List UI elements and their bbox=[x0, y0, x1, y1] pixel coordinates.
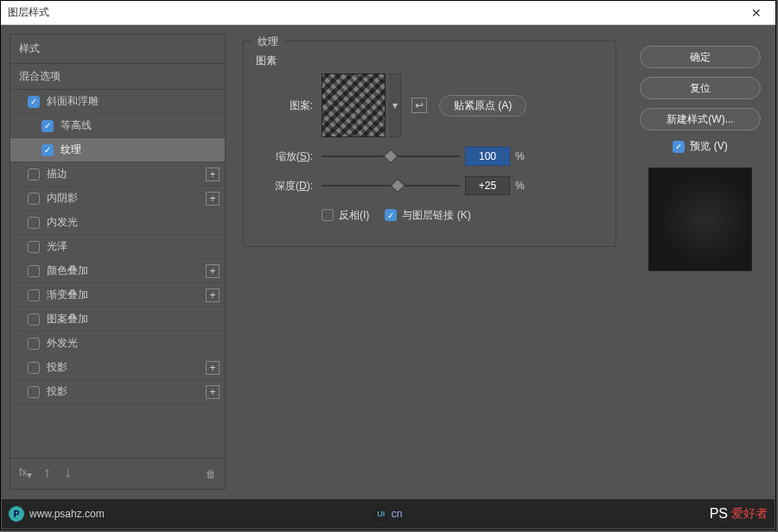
preview-checkbox[interactable]: ✓ bbox=[673, 141, 685, 153]
add-effect-icon[interactable]: + bbox=[206, 168, 220, 181]
scale-unit: % bbox=[515, 150, 525, 162]
styles-footer: fx▾ 🡑 🡓 🗑 bbox=[10, 458, 225, 489]
content-area: 样式 混合选项 ✓斜面和浮雕✓等高线✓纹理描边+内阴影+内发光光泽颜色叠加+渐变… bbox=[1, 25, 775, 498]
style-label: 内阴影 bbox=[47, 191, 78, 206]
style-label: 渐变叠加 bbox=[47, 288, 88, 302]
ok-button[interactable]: 确定 bbox=[640, 46, 761, 68]
style-label: 颜色叠加 bbox=[47, 263, 88, 278]
add-effect-icon[interactable]: + bbox=[206, 288, 220, 302]
style-checkbox[interactable] bbox=[28, 362, 40, 374]
texture-settings-panel: 纹理 图素 图案: ▾ ↩ 贴紧原点 (A) 缩放(S): % bbox=[234, 34, 625, 490]
invert-label: 反相(I) bbox=[339, 208, 369, 223]
watermark-center: UI cn bbox=[374, 507, 403, 521]
elements-label: 图素 bbox=[256, 54, 603, 68]
watermark-url: www.psahz.com bbox=[29, 508, 105, 520]
style-label: 投影 bbox=[47, 360, 67, 375]
link-layer-checkbox[interactable]: ✓ bbox=[385, 209, 397, 221]
style-list: ✓斜面和浮雕✓等高线✓纹理描边+内阴影+内发光光泽颜色叠加+渐变叠加+图案叠加外… bbox=[10, 89, 225, 404]
style-label: 内发光 bbox=[47, 215, 78, 230]
style-row-4[interactable]: 内阴影+ bbox=[10, 187, 225, 211]
scale-input[interactable] bbox=[465, 147, 510, 166]
style-label: 等高线 bbox=[61, 118, 92, 133]
style-label: 纹理 bbox=[61, 142, 81, 157]
style-label: 斜面和浮雕 bbox=[47, 94, 99, 109]
style-checkbox[interactable] bbox=[28, 289, 40, 301]
style-row-9[interactable]: 图案叠加 bbox=[10, 307, 225, 332]
style-row-1[interactable]: ✓等高线 bbox=[10, 114, 225, 138]
style-label: 光泽 bbox=[47, 239, 67, 254]
titlebar: 图层样式 ✕ bbox=[1, 1, 775, 25]
texture-legend: 纹理 bbox=[252, 35, 284, 49]
new-preset-icon[interactable]: ↩ bbox=[411, 98, 427, 113]
style-row-7[interactable]: 颜色叠加+ bbox=[10, 259, 225, 283]
ps-logo-icon: PS bbox=[710, 506, 728, 522]
pattern-label: 图案: bbox=[256, 98, 313, 113]
depth-input[interactable] bbox=[465, 176, 510, 195]
checks-row: 反相(I) ✓ 与图层链接 (K) bbox=[256, 205, 603, 225]
snap-origin-button[interactable]: 贴紧原点 (A) bbox=[439, 95, 526, 117]
style-checkbox[interactable] bbox=[28, 193, 40, 205]
style-label: 外发光 bbox=[47, 336, 78, 351]
move-up-icon[interactable]: 🡑 bbox=[42, 468, 53, 480]
watermark-bar: P www.psahz.com UI cn PS 爱好者 bbox=[2, 499, 775, 529]
style-row-10[interactable]: 外发光 bbox=[10, 332, 225, 356]
preview-label: 预览 (V) bbox=[690, 139, 727, 154]
pattern-row: 图案: ▾ ↩ 贴紧原点 (A) bbox=[256, 73, 603, 137]
add-effect-icon[interactable]: + bbox=[206, 264, 220, 278]
preview-thumbnail bbox=[648, 168, 752, 271]
scale-row: 缩放(S): % bbox=[256, 146, 603, 167]
style-checkbox[interactable] bbox=[28, 217, 40, 229]
style-checkbox[interactable] bbox=[28, 265, 40, 277]
style-checkbox[interactable] bbox=[28, 314, 40, 326]
dialog-title: 图层样式 bbox=[8, 5, 49, 20]
style-label: 描边 bbox=[47, 167, 67, 181]
new-style-button[interactable]: 新建样式(W)... bbox=[640, 108, 761, 130]
close-button[interactable]: ✕ bbox=[744, 6, 768, 20]
style-checkbox[interactable] bbox=[28, 338, 40, 350]
style-checkbox[interactable]: ✓ bbox=[41, 120, 54, 132]
move-down-icon[interactable]: 🡓 bbox=[63, 468, 73, 480]
fx-menu-icon[interactable]: fx▾ bbox=[19, 466, 32, 481]
depth-label: 深度(D): bbox=[256, 179, 313, 193]
invert-checkbox[interactable] bbox=[322, 209, 334, 221]
ui-logo-icon: UI bbox=[374, 507, 388, 521]
actions-panel: 确定 复位 新建样式(W)... ✓ 预览 (V) bbox=[634, 34, 767, 490]
depth-row: 深度(D): % bbox=[256, 175, 603, 196]
style-row-3[interactable]: 描边+ bbox=[10, 162, 225, 187]
style-label: 投影 bbox=[47, 384, 67, 399]
layer-style-dialog: 图层样式 ✕ 样式 混合选项 ✓斜面和浮雕✓等高线✓纹理描边+内阴影+内发光光泽… bbox=[0, 0, 776, 530]
pattern-dropdown-icon[interactable]: ▾ bbox=[389, 73, 401, 137]
style-checkbox[interactable] bbox=[28, 386, 40, 398]
style-row-2[interactable]: ✓纹理 bbox=[10, 138, 225, 162]
style-row-6[interactable]: 光泽 bbox=[10, 235, 225, 259]
trash-icon[interactable]: 🗑 bbox=[206, 468, 216, 480]
style-row-8[interactable]: 渐变叠加+ bbox=[10, 283, 225, 307]
depth-slider[interactable] bbox=[322, 179, 460, 193]
preview-toggle-row: ✓ 预览 (V) bbox=[673, 139, 727, 154]
watermark-badge-icon: P bbox=[9, 506, 24, 522]
style-checkbox[interactable] bbox=[28, 168, 40, 180]
blending-options[interactable]: 混合选项 bbox=[10, 63, 225, 89]
style-label: 图案叠加 bbox=[47, 312, 88, 326]
scale-label: 缩放(S): bbox=[256, 149, 313, 164]
style-checkbox[interactable] bbox=[28, 241, 40, 253]
add-effect-icon[interactable]: + bbox=[206, 385, 220, 399]
style-row-11[interactable]: 投影+ bbox=[10, 356, 225, 380]
texture-fieldset: 纹理 图素 图案: ▾ ↩ 贴紧原点 (A) 缩放(S): % bbox=[243, 41, 616, 247]
style-row-12[interactable]: 投影+ bbox=[10, 380, 225, 404]
style-checkbox[interactable]: ✓ bbox=[28, 96, 40, 108]
pattern-swatch[interactable] bbox=[322, 73, 386, 137]
depth-unit: % bbox=[515, 180, 525, 192]
add-effect-icon[interactable]: + bbox=[206, 361, 220, 375]
watermark-left: P www.psahz.com bbox=[9, 506, 105, 522]
add-effect-icon[interactable]: + bbox=[206, 192, 220, 206]
watermark-right: PS 爱好者 bbox=[710, 506, 768, 522]
reset-button[interactable]: 复位 bbox=[640, 77, 761, 99]
style-row-0[interactable]: ✓斜面和浮雕 bbox=[10, 90, 225, 114]
style-row-5[interactable]: 内发光 bbox=[10, 211, 225, 235]
styles-header: 样式 bbox=[10, 35, 225, 63]
styles-panel: 样式 混合选项 ✓斜面和浮雕✓等高线✓纹理描边+内阴影+内发光光泽颜色叠加+渐变… bbox=[10, 34, 226, 490]
style-checkbox[interactable]: ✓ bbox=[41, 144, 54, 156]
scale-slider[interactable] bbox=[322, 149, 460, 163]
link-layer-label: 与图层链接 (K) bbox=[402, 208, 470, 223]
